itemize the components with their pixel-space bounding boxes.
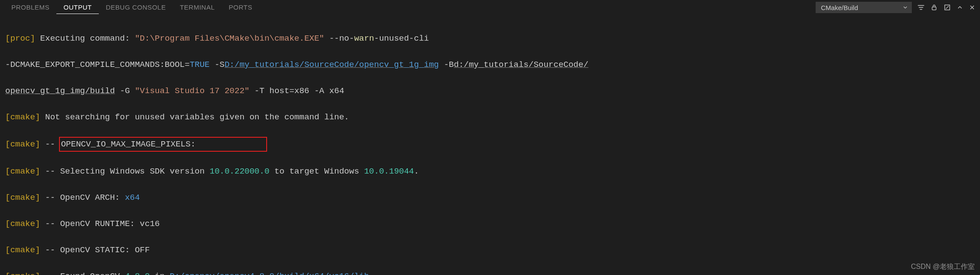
filter-icon[interactable] bbox=[917, 3, 925, 11]
dropdown-selected: CMake/Build bbox=[821, 4, 858, 11]
output-line: [cmake] -- OPENCV_IO_MAX_IMAGE_PIXELS: bbox=[5, 137, 975, 152]
output-line: [proc] Executing command: "D:\Program Fi… bbox=[5, 32, 975, 45]
output-line: [cmake] -- OpenCV ARCH: x64 bbox=[5, 191, 975, 204]
tab-terminal[interactable]: TERMINAL bbox=[173, 1, 222, 14]
panel-tabs: PROBLEMS OUTPUT DEBUG CONSOLE TERMINAL P… bbox=[4, 1, 259, 14]
output-line: opencv_gt_1g_img/build -G "Visual Studio… bbox=[5, 84, 975, 97]
panel-actions bbox=[917, 3, 976, 11]
lock-icon[interactable] bbox=[930, 3, 938, 11]
output-channel-dropdown[interactable]: CMake/Build bbox=[816, 2, 912, 13]
highlighted-region: OPENCV_IO_MAX_IMAGE_PIXELS: bbox=[59, 137, 267, 152]
output-line: [cmake] Not searching for unused variabl… bbox=[5, 111, 975, 124]
output-line: [cmake] -- Found OpenCV 4.8.0 in D:/open… bbox=[5, 270, 975, 275]
tab-output[interactable]: OUTPUT bbox=[56, 1, 99, 14]
output-line: [cmake] -- OpenCV RUNTIME: vc16 bbox=[5, 217, 975, 230]
watermark: CSDN @老狼工作室 bbox=[911, 262, 975, 272]
output-line: [cmake] -- Selecting Windows SDK version… bbox=[5, 165, 975, 178]
svg-rect-0 bbox=[932, 7, 936, 10]
output-line: -DCMAKE_EXPORT_COMPILE_COMMANDS:BOOL=TRU… bbox=[5, 58, 975, 71]
close-icon[interactable] bbox=[969, 4, 976, 11]
output-line: [cmake] -- OpenCV STATIC: OFF bbox=[5, 244, 975, 257]
tab-ports[interactable]: PORTS bbox=[222, 1, 259, 14]
clear-output-icon[interactable] bbox=[943, 3, 951, 11]
tab-debug-console[interactable]: DEBUG CONSOLE bbox=[99, 1, 173, 14]
svg-line-2 bbox=[946, 6, 949, 9]
chevron-down-icon bbox=[902, 4, 908, 10]
panel-header: PROBLEMS OUTPUT DEBUG CONSOLE TERMINAL P… bbox=[0, 0, 980, 15]
output-content: [proc] Executing command: "D:\Program Fi… bbox=[0, 15, 980, 275]
tab-problems[interactable]: PROBLEMS bbox=[4, 1, 56, 14]
chevron-up-icon[interactable] bbox=[956, 4, 963, 11]
